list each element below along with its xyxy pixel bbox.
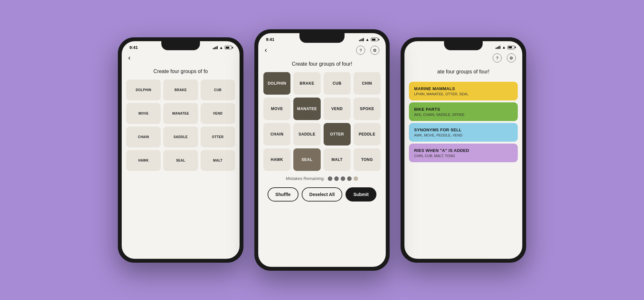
settings-icon-right[interactable]: ⚙	[507, 53, 516, 62]
word-cell-dolphin-center[interactable]: DOLPHIN	[263, 72, 290, 95]
word-cell-manatee-center[interactable]: MANATEE	[293, 98, 320, 120]
status-icons-right: ▲	[496, 45, 515, 50]
word-cell-saddle-left[interactable]: SADDLE	[163, 127, 198, 147]
dot-3	[341, 176, 345, 181]
word-cell-dolphin-left[interactable]: DOLPHIN	[126, 80, 161, 100]
help-icon-center[interactable]: ?	[356, 46, 365, 55]
word-cell-malt-center[interactable]: MALT	[324, 148, 351, 171]
word-cell-otter-center[interactable]: OTTER	[324, 123, 351, 145]
word-cell-move-left[interactable]: MOVE	[126, 103, 161, 124]
nav-icons-right: ? ⚙	[493, 53, 516, 62]
word-cell-tong-center[interactable]: TONG	[354, 148, 381, 171]
time-center: 9:41	[266, 37, 274, 42]
cat-title-bike: BIKE PARTS	[414, 107, 513, 112]
cat-words-synonyms: AWK, MOVE, PEDDLE, VEND	[414, 133, 513, 137]
word-cell-spoke-center[interactable]: SPOKE	[354, 98, 381, 120]
back-button-left[interactable]: ‹	[128, 54, 130, 62]
word-cell-peddle-center[interactable]: PEDDLE	[354, 123, 381, 145]
cat-words-marine: LPHIN, MANATEE, OTTER, SEAL	[414, 92, 513, 96]
cat-words-ries: CHIN, CUB, MALT, TONG	[414, 154, 513, 158]
cat-title-synonyms: SYNONYMS FOR SELL	[414, 127, 513, 132]
word-cell-move-center[interactable]: MOVE	[263, 98, 290, 120]
nav-icons-center: ? ⚙	[356, 46, 379, 55]
mistake-dots	[328, 176, 358, 181]
word-cell-hawk-center[interactable]: HAWK	[263, 148, 290, 171]
word-cell-saddle-center[interactable]: SADDLE	[293, 123, 320, 145]
nav-bar-center: ‹ ? ⚙	[258, 43, 386, 57]
category-card-marine: MARINE MAMMALS LPHIN, MANATEE, OTTER, SE…	[409, 82, 518, 100]
cat-title-marine: MARINE MAMMALS	[414, 86, 513, 91]
word-cell-chain-center[interactable]: CHAIN	[263, 123, 290, 145]
submit-button[interactable]: Submit	[346, 187, 376, 202]
word-cell-seal-center[interactable]: SEAL	[293, 148, 320, 171]
word-cell-cub-center[interactable]: CUB	[324, 72, 351, 95]
cat-words-bike: AKE, CHAIN, SADDLE, SPOKE	[414, 113, 513, 117]
word-cell-manatee-left[interactable]: MANATEE	[163, 103, 198, 124]
word-grid-center: DOLPHIN BRAKE CUB CHIN MOVE MANATEE VEND…	[258, 72, 386, 171]
time-left: 9:41	[129, 45, 138, 50]
mistakes-label: Mistakes Remaining:	[286, 176, 325, 181]
notch-right	[444, 41, 483, 50]
word-cell-chain-left[interactable]: CHAIN	[126, 127, 161, 147]
battery-icon-left	[225, 46, 232, 49]
word-cell-malt-left[interactable]: MALT	[201, 150, 235, 171]
word-cell-cub-left[interactable]: CUB	[201, 80, 235, 100]
word-cell-chin-center[interactable]: CHIN	[354, 72, 381, 95]
wifi-icon-center: ▲	[365, 37, 369, 42]
back-button-center[interactable]: ‹	[265, 46, 267, 54]
status-icons-center: ▲	[359, 37, 378, 42]
word-grid-left: DOLPHIN BRAKE CUB MOVE MANATEE VEND CHAI…	[122, 80, 240, 171]
center-phone-screen: 9:41 ▲ ‹ ? ⚙ Create four groups	[258, 33, 386, 267]
wifi-icon-right: ▲	[502, 45, 506, 50]
word-cell-otter-left[interactable]: OTTER	[201, 127, 235, 147]
status-icons-left: ▲	[213, 45, 232, 50]
signal-bars-left	[213, 46, 218, 49]
word-cell-vend-center[interactable]: VEND	[324, 98, 351, 120]
signal-bars-right	[496, 46, 500, 49]
cat-title-ries: RIES WHEN "A" IS ADDED	[414, 148, 513, 153]
center-phone: 9:41 ▲ ‹ ? ⚙ Create four groups	[254, 29, 390, 271]
dot-5	[354, 176, 358, 181]
word-cell-hawk-left[interactable]: HAWK	[126, 150, 161, 171]
left-phone: 9:41 ▲ ‹ Create four groups of fo DOLPHI…	[118, 37, 243, 263]
battery-icon-right	[507, 46, 515, 49]
headline-center: Create four groups of four!	[258, 57, 386, 72]
signal-bars-center	[359, 38, 364, 41]
headline-left: Create four groups of fo	[122, 65, 240, 80]
wifi-icon-left: ▲	[219, 45, 223, 50]
word-cell-seal-left[interactable]: SEAL	[163, 150, 198, 171]
nav-bar-right: ? ⚙	[404, 51, 522, 65]
right-phone: ▲ ? ⚙ ate four groups of four! MARINE MA…	[401, 37, 526, 263]
category-card-bike: BIKE PARTS AKE, CHAIN, SADDLE, SPOKE	[409, 102, 518, 121]
deselect-button[interactable]: Deselect All	[302, 187, 343, 202]
dot-4	[347, 176, 352, 181]
left-phone-screen: 9:41 ▲ ‹ Create four groups of fo DOLPHI…	[122, 41, 240, 259]
word-cell-brake-center[interactable]: BRAKE	[293, 72, 320, 95]
category-card-ries: RIES WHEN "A" IS ADDED CHIN, CUB, MALT, …	[409, 144, 518, 162]
bottom-buttons: Shuffle Deselect All Submit	[258, 184, 386, 208]
headline-right: ate four groups of four!	[404, 65, 522, 80]
help-icon-right[interactable]: ?	[493, 53, 502, 62]
dot-1	[328, 176, 332, 181]
mistakes-section: Mistakes Remaining:	[258, 171, 386, 184]
notch-center	[299, 33, 345, 43]
category-card-synonyms: SYNONYMS FOR SELL AWK, MOVE, PEDDLE, VEN…	[409, 123, 518, 142]
dot-2	[334, 176, 339, 181]
battery-icon-center	[371, 38, 378, 41]
settings-icon-center[interactable]: ⚙	[370, 46, 379, 55]
shuffle-button[interactable]: Shuffle	[268, 187, 298, 202]
notch-left	[161, 41, 200, 50]
nav-bar-left: ‹	[122, 51, 240, 65]
right-phone-screen: ▲ ? ⚙ ate four groups of four! MARINE MA…	[404, 41, 522, 259]
word-cell-vend-left[interactable]: VEND	[201, 103, 235, 124]
word-cell-brake-left[interactable]: BRAKE	[163, 80, 198, 100]
